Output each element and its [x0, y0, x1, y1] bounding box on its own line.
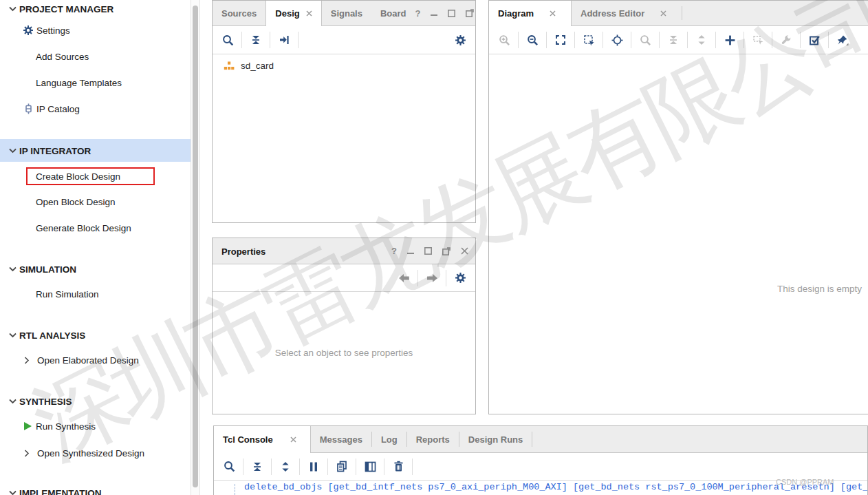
- zoom-out-icon[interactable]: [523, 31, 541, 49]
- console-output[interactable]: delete_bd_objs [get_bd_intf_nets ps7_0_a…: [214, 481, 867, 495]
- properties-empty-state: Select an object to see properties: [213, 292, 475, 413]
- sidebar-item-generate-block-design[interactable]: Generate Block Design: [36, 220, 131, 236]
- section-ip-integrator[interactable]: IP INTEGRATOR: [6, 143, 91, 159]
- sidebar-item-label: Generate Block Design: [36, 223, 131, 233]
- wrench-icon[interactable]: [777, 31, 795, 49]
- tab-diagram[interactable]: Diagram: [489, 1, 572, 26]
- section-implementation[interactable]: IMPLEMENTATION: [6, 485, 102, 495]
- tree-item-sd-card[interactable]: sd_card: [213, 54, 475, 71]
- copy-icon[interactable]: [333, 458, 351, 476]
- sidebar-item-label: Run Synthesis: [36, 421, 96, 432]
- console-panel: Tcl Console Messages Log Reports Design …: [213, 425, 868, 495]
- sidebar-item-run-synthesis[interactable]: Run Synthesis: [21, 418, 96, 434]
- close-icon[interactable]: [290, 436, 296, 443]
- scrollbar-thumb[interactable]: [193, 6, 198, 487]
- tab-tcl-console[interactable]: Tcl Console: [214, 426, 311, 453]
- tab-messages[interactable]: Messages: [311, 426, 371, 452]
- pin-icon[interactable]: [834, 31, 851, 49]
- ip-chip-icon: [21, 101, 36, 116]
- pause-output-icon[interactable]: [305, 458, 323, 476]
- chevron-right-icon: [21, 447, 33, 459]
- console-tabbar: Tcl Console Messages Log Reports Design …: [214, 426, 867, 453]
- search-icon[interactable]: [219, 31, 237, 49]
- collapse-all-icon[interactable]: [664, 31, 682, 49]
- diagram-canvas[interactable]: This design is empty: [489, 54, 868, 414]
- close-icon[interactable]: [306, 10, 312, 17]
- sidebar-item-label: Open Elaborated Design: [37, 355, 139, 366]
- search-icon[interactable]: [636, 31, 654, 49]
- validate-design-icon[interactable]: [805, 31, 823, 49]
- chevron-down-icon: [6, 486, 19, 495]
- trash-icon[interactable]: [389, 458, 407, 476]
- close-icon[interactable]: [461, 247, 468, 255]
- sidebar-item-ip-catalog[interactable]: IP Catalog: [21, 101, 80, 117]
- sidebar-item-run-simulation[interactable]: Run Simulation: [36, 286, 99, 302]
- expand-all-icon[interactable]: [693, 31, 710, 49]
- panel-window-controls: ?: [415, 1, 481, 25]
- section-project-manager[interactable]: PROJECT MANAGER: [6, 1, 113, 17]
- settings-gear-icon[interactable]: [451, 269, 469, 287]
- chevron-down-icon: [6, 394, 19, 408]
- help-icon[interactable]: ?: [415, 8, 421, 19]
- properties-panel: Properties ? Select an object to see pro…: [212, 238, 476, 414]
- chevron-down-icon: [6, 328, 19, 342]
- float-icon[interactable]: [442, 247, 451, 255]
- panel-window-controls: ?: [391, 238, 475, 264]
- tab-board[interactable]: Board: [371, 1, 415, 25]
- maximize-icon[interactable]: [448, 10, 455, 17]
- tab-design-runs[interactable]: Design Runs: [459, 426, 532, 452]
- collapse-all-icon[interactable]: [247, 31, 265, 49]
- tab-signals[interactable]: Signals: [322, 1, 371, 25]
- tab-log[interactable]: Log: [372, 426, 406, 452]
- tab-reports[interactable]: Reports: [407, 426, 459, 452]
- diagram-panel-tabbar: Diagram Address Editor: [489, 1, 868, 26]
- settings-gear-icon[interactable]: [451, 31, 469, 49]
- sidebar-item-open-block-design[interactable]: Open Block Design: [36, 193, 116, 210]
- collapse-all-icon[interactable]: [248, 458, 266, 476]
- maximize-icon[interactable]: [424, 247, 432, 255]
- close-icon[interactable]: [550, 10, 556, 17]
- sidebar-item-label: Open Block Design: [36, 197, 116, 207]
- zoom-selection-icon[interactable]: [580, 31, 598, 49]
- tab-design[interactable]: Desig: [265, 1, 321, 26]
- sidebar-item-settings[interactable]: Settings: [21, 22, 70, 39]
- sidebar-item-label: Open Synthesized Design: [37, 448, 144, 459]
- properties-toolbar: [213, 264, 475, 292]
- close-icon[interactable]: [660, 10, 666, 17]
- help-icon[interactable]: ?: [391, 246, 397, 256]
- add-ip-icon[interactable]: [721, 31, 739, 49]
- section-title: SIMULATION: [19, 264, 76, 275]
- section-title: SYNTHESIS: [19, 397, 72, 407]
- forward-arrow-icon[interactable]: [423, 269, 441, 287]
- flow-navigator: PROJECT MANAGER Settings Add Sources Lan…: [0, 0, 191, 495]
- section-title: RTL ANALYSIS: [19, 330, 85, 341]
- zoom-in-icon[interactable]: [495, 31, 513, 49]
- section-rtl-analysis[interactable]: RTL ANALYSIS: [6, 327, 85, 344]
- make-connection-icon[interactable]: [749, 31, 767, 49]
- section-synthesis[interactable]: SYNTHESIS: [6, 393, 72, 410]
- zoom-fit-icon[interactable]: [552, 31, 569, 49]
- sidebar-item-add-sources[interactable]: Add Sources: [36, 48, 89, 65]
- sidebar-item-open-synthesized-design[interactable]: Open Synthesized Design: [21, 445, 144, 461]
- minimize-icon[interactable]: [407, 248, 414, 255]
- goto-definition-icon[interactable]: [275, 31, 293, 49]
- hierarchy-icon: [224, 61, 235, 71]
- diagram-empty-text: This design is empty: [777, 284, 862, 294]
- sidebar-item-label: IP Catalog: [36, 104, 80, 114]
- back-arrow-icon[interactable]: [395, 269, 413, 287]
- sidebar-scrollbar[interactable]: [191, 0, 200, 495]
- tab-sources[interactable]: Sources: [213, 1, 265, 25]
- search-icon[interactable]: [220, 458, 238, 476]
- properties-title: Properties: [213, 238, 274, 264]
- design-sources-panel: Sources Desig Signals Board ?: [212, 0, 476, 223]
- float-icon[interactable]: [466, 9, 474, 17]
- autofit-target-icon[interactable]: [608, 31, 626, 49]
- tab-address-editor[interactable]: Address Editor: [572, 1, 682, 25]
- section-simulation[interactable]: SIMULATION: [6, 261, 76, 277]
- section-title: IMPLEMENTATION: [19, 488, 102, 495]
- queue-view-icon[interactable]: [361, 458, 379, 476]
- minimize-icon[interactable]: [431, 10, 437, 17]
- expand-all-icon[interactable]: [276, 458, 294, 476]
- sidebar-item-open-elaborated-design[interactable]: Open Elaborated Design: [21, 352, 139, 368]
- sidebar-item-language-templates[interactable]: Language Templates: [36, 74, 122, 91]
